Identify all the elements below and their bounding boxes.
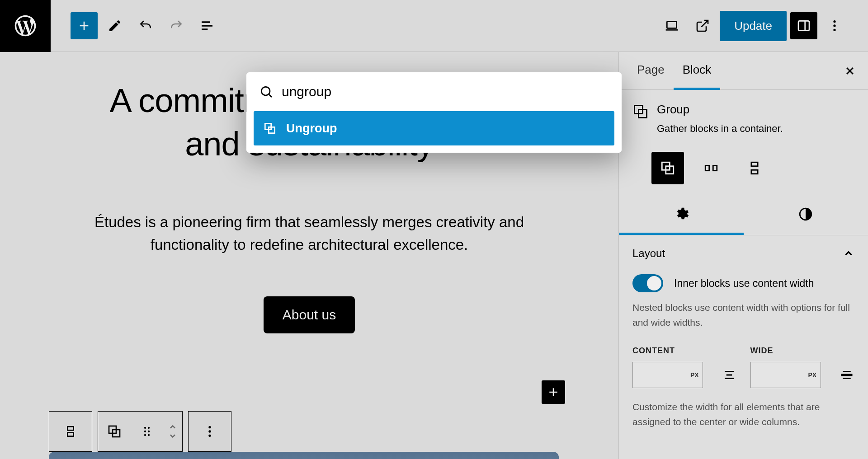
svg-point-4 [833, 24, 835, 27]
svg-point-18 [208, 435, 211, 437]
page-paragraph[interactable]: Études is a pioneering firm that seamles… [83, 211, 535, 256]
block-drag-button[interactable] [131, 412, 163, 451]
block-more-button[interactable] [189, 412, 231, 451]
block-info: Group Gather blocks in a container. [619, 90, 868, 144]
svg-point-14 [144, 434, 146, 436]
group-icon [632, 103, 649, 120]
svg-rect-6 [67, 426, 73, 430]
sidebar-tabs: Page Block [619, 52, 868, 90]
svg-rect-28 [841, 374, 853, 376]
undo-icon [138, 19, 153, 33]
dots-vertical-icon [827, 19, 842, 33]
layout-help-text: Nested blocks use content width with opt… [632, 300, 854, 330]
svg-rect-23 [705, 165, 709, 170]
block-title: Group [657, 103, 783, 117]
justify-wide-icon[interactable] [840, 368, 854, 382]
document-overview-button[interactable] [193, 12, 221, 39]
wordpress-logo-button[interactable] [0, 0, 51, 52]
edit-mode-button[interactable] [101, 12, 128, 39]
block-subtabs [619, 195, 868, 235]
preview-button[interactable] [689, 12, 716, 39]
plus-icon [77, 19, 91, 33]
dots-vertical-icon [203, 424, 217, 439]
svg-point-11 [148, 427, 150, 429]
svg-point-5 [833, 29, 835, 31]
search-icon [259, 84, 274, 99]
svg-point-10 [144, 427, 146, 429]
drag-icon [140, 424, 154, 439]
laptop-icon [665, 19, 679, 33]
group-icon [660, 160, 675, 176]
sidebar-icon [797, 19, 811, 33]
add-block-button[interactable] [71, 12, 98, 39]
svg-rect-26 [751, 170, 758, 174]
svg-rect-0 [667, 22, 676, 28]
tab-page[interactable]: Page [628, 52, 674, 90]
wide-width-input[interactable] [750, 362, 821, 388]
pencil-icon [108, 19, 122, 33]
settings-sidebar: Page Block Group Gather blocks in a cont… [618, 52, 868, 459]
layout-help-text-2: Customize the width for all elements tha… [632, 400, 854, 429]
about-button[interactable]: About us [264, 296, 355, 333]
view-button[interactable] [658, 12, 685, 39]
block-parent-button[interactable] [49, 412, 92, 451]
image-block[interactable] [49, 452, 559, 459]
block-type-button[interactable] [98, 412, 131, 451]
block-variants [619, 144, 868, 195]
list-icon [200, 19, 214, 33]
block-description: Gather blocks in a container. [657, 123, 783, 135]
toolbar-left [51, 12, 221, 39]
block-toolbar [49, 411, 231, 452]
redo-icon [169, 19, 184, 33]
svg-point-29 [261, 87, 270, 95]
redo-button[interactable] [163, 12, 190, 39]
tab-block[interactable]: Block [674, 52, 721, 90]
external-link-icon [695, 19, 710, 33]
svg-point-13 [148, 431, 150, 432]
options-button[interactable] [821, 12, 848, 39]
sidebar-close-button[interactable] [841, 62, 859, 80]
palette-result-label: Ungroup [286, 122, 337, 136]
svg-rect-24 [713, 165, 717, 170]
palette-search-row [246, 72, 622, 111]
svg-rect-25 [751, 162, 758, 166]
content-width-input[interactable] [632, 362, 703, 388]
command-palette: Ungroup [246, 72, 622, 153]
variant-stack[interactable] [738, 152, 771, 184]
close-icon [844, 65, 856, 77]
settings-sidebar-toggle[interactable] [790, 12, 817, 39]
subtab-styles[interactable] [744, 195, 868, 235]
ungroup-icon [263, 121, 277, 136]
toolbar-right: Update [658, 11, 868, 41]
undo-button[interactable] [132, 12, 159, 39]
content-width-label: Inner blocks use content width [674, 277, 814, 290]
content-width-label: CONTENT [632, 346, 737, 356]
subtab-settings[interactable] [619, 195, 744, 235]
wordpress-icon [13, 13, 38, 38]
block-move-button[interactable] [163, 412, 182, 451]
gear-icon [674, 206, 689, 222]
palette-search-input[interactable] [282, 84, 609, 99]
variant-row[interactable] [695, 152, 727, 184]
stack-icon [63, 424, 78, 439]
content-width-toggle[interactable] [632, 274, 663, 292]
chevron-down-icon [168, 431, 177, 440]
svg-point-17 [208, 430, 211, 432]
group-icon [107, 424, 122, 439]
chevron-up-icon [168, 422, 177, 431]
insert-block-button[interactable] [542, 380, 565, 404]
wide-width-label: WIDE [750, 346, 855, 356]
variant-group[interactable] [651, 152, 684, 184]
svg-point-16 [208, 426, 211, 428]
contrast-icon [798, 206, 813, 222]
chevron-up-icon[interactable] [843, 248, 854, 259]
svg-rect-7 [67, 433, 73, 436]
svg-point-15 [148, 434, 150, 436]
layout-panel-title: Layout [632, 247, 665, 260]
svg-point-12 [144, 431, 146, 432]
plus-icon [547, 385, 560, 399]
palette-result-ungroup[interactable]: Ungroup [254, 111, 614, 145]
justify-center-icon[interactable] [722, 368, 736, 382]
update-button[interactable]: Update [720, 11, 787, 41]
row-icon [703, 160, 719, 176]
